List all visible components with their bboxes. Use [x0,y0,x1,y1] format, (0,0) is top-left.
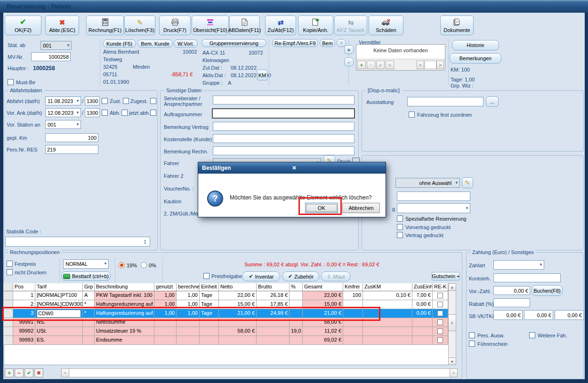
column-header[interactable]: Netto [219,283,257,291]
auftragsnummer-input[interactable] [212,108,355,119]
grid-page-field[interactable] [424,61,436,69]
gruppenreservierung-button[interactable]: Gruppenreservierung [201,39,266,47]
copy-attach-button[interactable]: Kopie/Anh. [298,16,333,35]
nicht-drucken-checkbox[interactable] [7,269,13,275]
scroll-down-button[interactable]: ▼ [448,358,456,365]
zust-checkbox[interactable] [123,98,129,104]
ausstattung-input[interactable] [407,97,483,106]
window-titlebar[interactable]: Reservierung - Details [0,0,588,13]
dialog-cancel-button[interactable]: Abbrechen [342,203,380,213]
scroll-up-button[interactable]: ▲ [448,283,456,291]
inventar-button[interactable]: ✔ Inventar [242,271,280,281]
grid-prev-button[interactable]: < [417,61,424,69]
serviceberater-input[interactable] [213,96,354,104]
bem-button[interactable]: Bem [320,39,335,47]
vorvertrag-checkbox[interactable] [397,224,403,230]
column-header[interactable]: Kmfrei [343,283,363,291]
invoice-row[interactable]: 3CDW0*Haftungsreduzierung auf 01,001,00T… [4,309,448,318]
re-k-checkbox[interactable] [437,337,443,343]
column-header[interactable]: Grp [83,283,95,291]
bemerkung-vertrag-input[interactable] [213,122,354,131]
bem-kunde-button[interactable]: Bem. Kunde [137,40,173,48]
print-button[interactable]: Druck(F7) [159,16,191,35]
zugest-checkbox[interactable] [150,98,156,104]
column-header[interactable]: Gesamt [303,283,343,291]
invoice-row[interactable]: 99991NS.Nettosumme58,00 € [4,318,448,327]
overview-button[interactable]: Übersicht(F10) [192,16,229,35]
vor-ank-date-select[interactable]: 12.08.2023▼ [45,108,81,117]
confirm-dialog-titlebar[interactable]: Bestätigen ✕ [198,162,386,174]
buchen-button[interactable]: Buchen(F8) [532,285,563,296]
re-empf-button[interactable]: Re-Empf./Vers.F9 [272,39,318,47]
jetzt-abh-checkbox[interactable] [150,110,156,116]
besttarif-button[interactable]: Besttarif (ctrl+b) [61,271,111,281]
preisfreigabe-checkbox[interactable] [203,273,209,279]
spezialfarbe-checkbox[interactable] [397,215,403,222]
ausstattung-browse-button[interactable]: ... [486,96,499,107]
damage-button[interactable]: Schäden [369,16,403,35]
rabatt-input[interactable] [493,298,530,307]
sb-vk-input[interactable]: 0,00 € [493,310,523,320]
zahlart-select[interactable]: ▼ [493,260,544,270]
row-cancel-button[interactable]: ✖ [34,368,43,377]
scroll-left-button[interactable]: < [61,368,69,377]
zuab-button[interactable]: ⇄ Zu/Ab(F12) [265,16,296,35]
vertrag-checkbox[interactable] [397,232,403,238]
vor-ank-time-input[interactable]: 1300 [85,108,100,117]
column-header[interactable]: ZusKM [363,283,412,291]
invoice-row[interactable]: 2[NORMAL]CDW300*Haftungsreduzierung auf … [4,300,448,309]
bemerkungen-button[interactable]: Bemerkungen [450,53,501,64]
option-select[interactable]: ▼ [397,203,470,213]
kontoinh-input[interactable] [493,273,561,282]
gepl-km-input[interactable]: 100 [45,133,98,142]
column-header[interactable]: Einheit [200,283,219,291]
invoice-row[interactable]: 99993ES.Endsumme69,02 € [4,336,448,345]
invoice-row[interactable]: 1[NORMAL]PT100APKW Tagestarif inkl. 1001… [4,291,448,300]
column-header[interactable]: berechnet [177,283,200,291]
fuehrerschein-checkbox[interactable] [469,341,475,347]
scroll-right-button[interactable]: > [450,368,458,377]
dialog-ok-button[interactable]: OK [305,203,338,213]
column-header[interactable]: genutzt [154,283,177,291]
tarif-select[interactable]: NORMAL▼ [63,259,109,269]
re-k-checkbox[interactable] [437,328,443,334]
kostenstelle-input[interactable] [213,134,354,143]
row-confirm-button[interactable]: ✔ [24,368,33,377]
weitere-fah-checkbox[interactable] [529,332,535,338]
scroll-thumb[interactable]: ≡ [448,314,456,331]
tarif-edit-field[interactable]: CDW0 [37,310,81,318]
stat-ab-select[interactable]: 001▼ [40,41,72,50]
option-text-input[interactable] [397,192,470,201]
column-header[interactable]: Beschreibung [95,283,154,291]
pers-ausw-checkbox[interactable] [469,332,475,338]
documents-button[interactable]: Dokumente [440,16,474,35]
pers-nr-input[interactable]: 219 [45,145,98,154]
grid-next-button[interactable]: > [436,61,444,69]
vor-station-select[interactable]: 001▼ [45,120,81,129]
vat-0-radio[interactable] [141,262,147,268]
invoice-button[interactable]: Rechnung(F1) [86,16,124,35]
bemerkung-rechn-input[interactable] [213,146,354,155]
must-be-checkbox[interactable] [8,79,14,85]
statistik-spinner[interactable]: ▲ ▼ [141,238,149,246]
delete-button[interactable]: ✎ Löschen(F3) [124,16,155,35]
mv-nr-input[interactable]: 1000258 [31,52,71,61]
column-header[interactable]: Tarif [35,283,83,291]
column-header[interactable]: RE-K [433,283,448,291]
column-header[interactable]: ZusEinh [412,283,433,291]
vermittler-plus-button[interactable]: + [344,45,354,54]
ok-button[interactable]: ✔ OK(F2) [5,16,41,35]
festpreis-checkbox[interactable] [7,261,13,267]
row-remove-button[interactable]: − [15,368,24,377]
re-k-checkbox[interactable] [437,319,443,325]
abdata-button[interactable]: ABDaten(F11) [229,16,260,35]
fahrzeug-fest-checkbox[interactable] [409,112,415,118]
invoice-row[interactable]: 99992USt.Umsatzsteuer 19 %58,00 €19,011,… [4,327,448,336]
km-button[interactable]: KM [257,70,267,80]
wvorl-button[interactable]: W.Vorl. [174,40,198,48]
re-k-checkbox[interactable] [437,293,443,298]
auswahl-select[interactable]: ohne Auswahl▼ [395,178,460,188]
abh-checkbox[interactable] [121,110,128,116]
dialog-close-icon[interactable]: ✕ [292,165,382,171]
row-add-button[interactable]: + [5,368,14,377]
